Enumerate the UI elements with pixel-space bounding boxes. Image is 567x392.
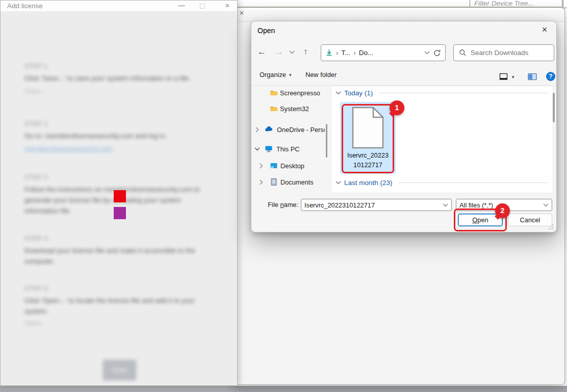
open-file-dialog: Open × ← → ↑ › T... › Do... Or (251, 21, 557, 232)
step-label: STEP 2 (24, 120, 48, 127)
group-header-rule (399, 182, 548, 183)
dialog-title: Open (257, 27, 275, 35)
chevron-right-icon[interactable] (255, 127, 259, 133)
close-icon[interactable]: × (223, 2, 232, 10)
chevron-down-icon[interactable] (254, 147, 260, 151)
file-name-label: File name: (251, 201, 298, 208)
step-body: Click 'Save...' to save your system info… (24, 73, 216, 84)
group-header-rule (379, 93, 548, 93)
chevron-down-icon (336, 91, 341, 95)
chevron-right-icon[interactable] (260, 163, 263, 169)
group-header-today[interactable]: Today (1) (336, 89, 548, 97)
crumb-separator-icon: › (353, 49, 355, 57)
organize-menu-button[interactable]: Organize ▾ (260, 71, 291, 79)
search-box[interactable] (453, 44, 554, 61)
sidebar-item-onedrive[interactable]: OneDrive - Personal (251, 125, 328, 135)
redaction-red-square (114, 190, 126, 202)
sidebar-scrollbar[interactable] (326, 124, 327, 158)
file-icon (352, 107, 384, 149)
annotation-badge-1: 1 (390, 100, 404, 115)
step-label: STEP 1 (24, 63, 48, 70)
step-label: STEP 4 (24, 235, 48, 242)
breadcrumb-this-pc[interactable]: T... (341, 49, 350, 57)
close-icon[interactable]: × (539, 24, 550, 36)
step-body: Go to: memberslicensesecurity.com and lo… (24, 130, 216, 141)
maximize-icon[interactable] (200, 4, 205, 9)
file-type-value: All files (*.*) (459, 201, 493, 209)
documents-icon (270, 178, 278, 186)
recent-locations-chevron-icon[interactable] (289, 50, 295, 54)
help-icon[interactable]: ? (546, 72, 555, 81)
view-dropdown-chevron-icon[interactable]: ▾ (512, 74, 514, 80)
search-icon (459, 49, 467, 57)
downloads-icon (325, 49, 333, 57)
sidebar-item-this-pc[interactable]: This PC (251, 144, 328, 154)
add-license-action-button[interactable]: Open (103, 360, 136, 380)
sidebar-item-screenpresso[interactable]: Screenpresso (251, 88, 328, 98)
view-mode-icon[interactable] (499, 73, 508, 81)
window-title: Add license (7, 2, 43, 10)
save-link[interactable]: Save... (24, 87, 46, 95)
file-list-panel: Today (1) Iservrc_20223 10122717 1 Last … (331, 86, 553, 193)
breadcrumb-downloads[interactable]: Do... (359, 49, 374, 57)
desktop-icon (270, 162, 278, 170)
folder-icon (270, 89, 278, 97)
file-name-value: Iservrc_2022310122717 (304, 201, 375, 209)
step-label: STEP 3 (24, 174, 48, 181)
sidebar-item-desktop[interactable]: Desktop (251, 161, 328, 171)
file-name-line2: 10122717 (340, 161, 396, 169)
group-header-last-month[interactable]: Last month (23) (336, 179, 548, 187)
preview-pane-icon[interactable] (528, 73, 537, 81)
sidebar-item-system32[interactable]: System32 (251, 104, 328, 114)
cancel-button[interactable]: Cancel (508, 214, 552, 226)
chevron-down-icon[interactable] (543, 203, 549, 207)
crumb-separator-icon: › (336, 49, 338, 57)
chevron-down-icon[interactable] (443, 203, 448, 207)
close-icon[interactable]: × (237, 9, 246, 20)
parent-dialog-titlebar (234, 7, 564, 22)
chevron-down-icon: ▾ (289, 72, 292, 77)
file-name-line1: Iservrc_20223 (340, 151, 396, 159)
chevron-right-icon[interactable] (260, 179, 263, 185)
file-item-lservrc[interactable]: Iservrc_20223 10122717 (340, 102, 396, 174)
step-label: STEP 5 (24, 285, 48, 292)
chevron-down-icon (336, 181, 341, 185)
file-name-combobox[interactable]: Iservrc_2022310122717 (301, 199, 452, 211)
this-pc-icon (265, 145, 273, 153)
search-input[interactable] (471, 49, 542, 57)
back-icon[interactable]: ← (257, 47, 266, 56)
redaction-purple-square (114, 207, 126, 219)
filter-adjacent-fragment (563, 0, 567, 8)
new-folder-button[interactable]: New folder (305, 71, 337, 79)
onedrive-cloud-icon (265, 125, 273, 134)
step-body: Download your license file and make it a… (24, 245, 216, 267)
minimize-icon[interactable]: — (177, 2, 186, 10)
step-body: Click 'Open...' to locate the license fi… (24, 295, 216, 317)
address-dropdown-chevron-icon[interactable] (424, 51, 430, 55)
add-license-window: Add license — × STEP 1 Click 'Save...' t… (0, 0, 238, 386)
open-link[interactable]: Open... (24, 319, 47, 327)
annotation-badge-2: 2 (495, 203, 510, 218)
address-bar[interactable]: › T... › Do... (321, 44, 446, 61)
forward-icon[interactable]: → (275, 47, 284, 56)
sidebar-item-documents[interactable]: Documents (251, 177, 328, 188)
refresh-icon[interactable] (433, 49, 441, 57)
file-list-scrollbar[interactable] (553, 93, 555, 122)
folder-icon (270, 104, 278, 113)
up-icon[interactable]: ↑ (303, 47, 308, 56)
license-site-link[interactable]: memberslicensesecurity.com (24, 145, 113, 152)
